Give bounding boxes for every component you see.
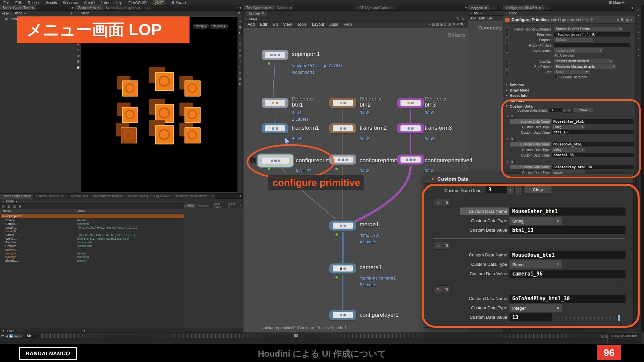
section-interface[interactable]: ▸Interface (506, 99, 525, 103)
fix-kind-checkbox[interactable] (554, 76, 558, 79)
entry-delete-button[interactable]: ✕ (505, 137, 510, 141)
custom-data-value-field[interactable]: camera1_96 (552, 153, 634, 157)
custom-data-section-header[interactable]: ▼ Custom Data (425, 174, 633, 184)
expand-icon[interactable]: ⊞ (18, 205, 21, 208)
entry-delete-button[interactable]: ✕ (505, 160, 510, 164)
param-enable-checkbox[interactable] (505, 38, 509, 42)
net-menu-view[interactable]: View (283, 22, 292, 27)
menu-edit[interactable]: Edit (15, 1, 22, 5)
net-menu-edit[interactable]: Edit (260, 22, 267, 27)
network-path-tab[interactable]: ▤stage✕ (246, 11, 267, 16)
value-field[interactable]: camera1_96 (509, 270, 626, 278)
menu-file[interactable]: File (3, 1, 9, 5)
custom-data-count-field[interactable]: 3 (549, 108, 564, 112)
node-configureprimitive2[interactable] (258, 155, 293, 167)
tree-row[interactable]: Resolve...<unbound> (0, 244, 185, 248)
tab-test-geometry[interactable]: Test Geometry▾ (244, 5, 274, 10)
display-flag-dot[interactable] (335, 168, 338, 170)
node-transform3[interactable] (397, 123, 424, 133)
pane-controls[interactable]: ▫ ▾ (463, 6, 468, 10)
menu-help[interactable]: Help (115, 1, 122, 5)
visibility-dropdown[interactable]: Inherit Parent Visibility▼ (554, 59, 613, 63)
node-configureprimitive4[interactable] (397, 155, 424, 165)
custom-data-name-field[interactable]: GoToAndPlay_btn1_30 (552, 165, 634, 169)
subtab-metadata[interactable]: Metadata (196, 204, 211, 207)
playbar-range-strip[interactable] (0, 339, 607, 344)
param-node-name[interactable]: configureprimitive2 (551, 18, 593, 22)
menu-labs[interactable]: Labs (101, 1, 109, 5)
tab-render-gallery[interactable]: Render Gallery (125, 194, 151, 199)
node-configureprimitive3[interactable] (329, 155, 356, 165)
pane-controls[interactable]: ▫ ▾ (238, 194, 243, 198)
clear-button[interactable]: Clear (525, 186, 551, 193)
count-increment-button[interactable]: + (562, 108, 567, 113)
new-tab-button[interactable]: + (209, 194, 216, 199)
home-icon[interactable]: ⌂ (2, 199, 4, 203)
stage-path[interactable]: stage (6, 199, 14, 203)
value-field[interactable]: 13 (509, 313, 552, 321)
param-enable-checkbox[interactable] (505, 27, 509, 31)
tab-python-shell[interactable]: Python Shell (69, 194, 92, 199)
param-enable-checkbox[interactable] (505, 60, 509, 63)
tree-row[interactable]: proxyP... (0, 248, 185, 252)
param-enable-checkbox[interactable] (505, 65, 509, 69)
obj-path[interactable]: obj (474, 11, 478, 15)
value-field[interactable]: btn1_13 (509, 226, 626, 234)
entry-reorder-button[interactable]: ⇅ (443, 285, 451, 293)
net-menu-tools[interactable]: Tools (297, 22, 307, 27)
play-button[interactable]: ▶ (9, 334, 14, 338)
column-header-name[interactable]: Name (3, 209, 11, 213)
tab-scene-graph-details[interactable]: Scene Graph Details (0, 194, 34, 199)
viewport-3d[interactable]: Persp ▾ No cam ▾ (81, 17, 237, 192)
tab-context-options[interactable]: Context Options Edi... (34, 194, 69, 199)
tree-row[interactable]: visibilityinherited (0, 255, 185, 259)
home-icon[interactable]: ⌂ (470, 11, 472, 15)
subtab-layer-stack[interactable]: Layer S... (226, 202, 238, 209)
filter-funnel-icon[interactable]: ▼ (83, 329, 86, 333)
instanceable-dropdown[interactable]: Instanceable▼ (554, 48, 603, 53)
tree-row[interactable]: World ...Min(-5.3,-5.3,-4.508) Max(5.3,5… (0, 237, 185, 241)
node-merge1[interactable] (329, 221, 356, 231)
pin-icon[interactable]: ✛ (70, 11, 73, 15)
menu-assets[interactable]: Assets (46, 1, 57, 5)
entry-reorder-button[interactable]: ⇅ (443, 199, 451, 207)
node-btn1[interactable] (262, 98, 288, 108)
kind-dropdown[interactable]: None▼ (554, 70, 590, 74)
tab-scene-view[interactable]: Scene View✕ (75, 5, 103, 10)
display-flag-dot[interactable] (268, 62, 270, 65)
home-icon[interactable]: ⌂ (246, 17, 248, 20)
subtab-editor-nodes[interactable]: Editor Nodes (211, 202, 226, 209)
home-icon[interactable]: ⌂ (505, 11, 507, 15)
tab-scene-graph-tree[interactable]: Scene Graph Tree▾ (0, 5, 36, 10)
workspace-badge[interactable]: y347 (153, 0, 165, 5)
node-transform2[interactable] (329, 123, 356, 133)
list-icon[interactable]: ☰ (2, 205, 5, 208)
snapshot-icon[interactable]: ◫ (455, 17, 459, 20)
custom-data-name-field[interactable]: MouseDown_btn1 (552, 142, 634, 146)
custom-data-value-field[interactable]: btn1_13 (552, 130, 634, 134)
subtab-value[interactable]: Value (185, 203, 196, 208)
tab-oceans[interactable]: Oceans▾ (274, 5, 294, 10)
net-menu-help[interactable]: Help (343, 22, 352, 27)
tab-performance-monitor[interactable]: Performance Monitor (91, 194, 125, 199)
back-icon[interactable]: ◀ (2, 11, 5, 15)
pane-controls[interactable]: ▫ ▾ (70, 6, 75, 10)
forward-icon[interactable]: ▶ (6, 11, 9, 15)
param-enable-checkbox[interactable] (505, 33, 509, 37)
viewport-left-toolbar[interactable]: ▪✋◻⊹◉⊙◨▣☕ (75, 17, 81, 194)
entry-reorder-button[interactable]: ⇅ (510, 114, 515, 119)
home-icon[interactable]: ⌂ (10, 11, 12, 15)
node-info-badge[interactable]: i (250, 158, 256, 163)
stage-path[interactable]: stage (14, 11, 22, 15)
count-decrement-button[interactable]: − (515, 186, 523, 194)
name-field[interactable]: GoToAndPlay_btn1_30 (509, 295, 626, 303)
geo-menu-edit[interactable]: Edit (479, 16, 485, 20)
menu-render[interactable]: Render (28, 1, 40, 5)
network-path[interactable]: stage (249, 17, 257, 20)
section-asset-info[interactable]: ▸Asset Info (506, 93, 528, 98)
columns-icon[interactable]: ▥ (7, 205, 10, 208)
filter-input[interactable]: Filter (7, 329, 14, 333)
menu-windows[interactable]: Windows (63, 1, 78, 5)
desktop-main-right[interactable]: ⊞ Main ▾ (609, 0, 624, 5)
tree-row[interactable]: Local Tr... (0, 230, 185, 233)
